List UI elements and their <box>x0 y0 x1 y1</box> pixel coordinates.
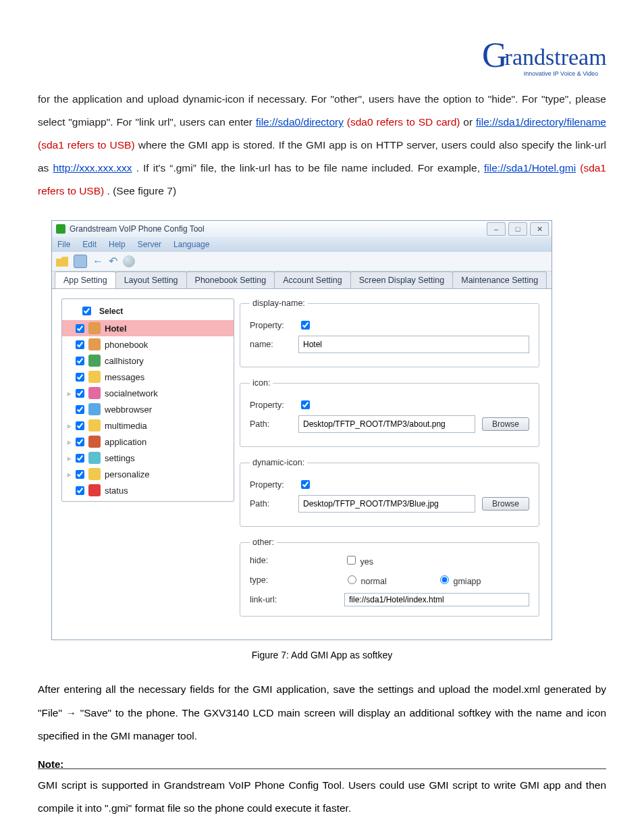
link-http[interactable]: http://xxx.xxx.xxx <box>53 162 132 174</box>
tree-checkbox[interactable] <box>76 324 84 333</box>
tree-checkbox[interactable] <box>76 486 84 495</box>
paragraph-main: for the application and upload dynamic-i… <box>38 88 606 203</box>
logo-rest: randstream <box>505 46 607 69</box>
expand-icon[interactable]: ▹ <box>66 438 72 446</box>
icon-property-checkbox[interactable] <box>301 400 310 409</box>
tree-node-icon <box>88 484 101 496</box>
tree-item-personalize[interactable]: ▹personalize <box>62 466 234 482</box>
titlebar: Grandstream VoIP Phone Config Tool – □ ✕ <box>52 221 552 237</box>
dyn-icon-property-checkbox[interactable] <box>301 480 310 489</box>
footer-divider <box>38 768 606 769</box>
window-title: Grandstream VoIP Phone Config Tool <box>70 224 205 234</box>
tree-checkbox[interactable] <box>76 340 84 349</box>
close-button[interactable]: ✕ <box>530 222 549 236</box>
tree-item-application[interactable]: ▹application <box>62 434 234 450</box>
tree-item-multimedia[interactable]: ▹multimedia <box>62 417 234 434</box>
tree-checkbox[interactable] <box>76 357 84 365</box>
figure-caption: Figure 7: Add GMI App as softkey <box>38 650 606 660</box>
tree-checkbox[interactable] <box>76 470 84 479</box>
tree-node-label: callhistory <box>105 356 144 366</box>
group-other: other: hide: yes type: normal gmiapp lin… <box>240 538 539 617</box>
save-icon[interactable] <box>74 255 87 268</box>
tree-node-label: webbrowser <box>105 405 152 415</box>
tree-node-label: multimedia <box>105 421 147 431</box>
group-display-name: display-name: Property: name: <box>240 298 539 367</box>
tree-item-socialnetwork[interactable]: ▹socialnetwork <box>62 385 234 401</box>
display-name-property-checkbox[interactable] <box>301 321 310 330</box>
type-normal-radio[interactable] <box>348 575 356 584</box>
tree-node-label: messages <box>105 372 144 382</box>
expand-icon[interactable]: ▹ <box>66 390 72 397</box>
undo-icon[interactable]: ↶ <box>109 256 117 267</box>
form-panel: display-name: Property: name: icon: Prop… <box>234 289 552 640</box>
tree-item-webbrowser[interactable]: webbrowser <box>62 401 234 417</box>
tree-item-settings[interactable]: ▹settings <box>62 450 234 466</box>
link-sda1[interactable]: file://sda1/directory/filename <box>476 116 606 128</box>
open-icon[interactable] <box>56 255 68 267</box>
logo-letter: G <box>482 38 508 73</box>
menu-server[interactable]: Server <box>138 240 161 249</box>
tab-app-setting[interactable]: App Setting <box>55 271 116 288</box>
link-gmi-file[interactable]: file://sda1/Hotel.gmi <box>484 162 576 174</box>
icon-browse-button[interactable]: Browse <box>482 417 529 431</box>
tree-header: Select <box>62 302 234 320</box>
tree-checkbox[interactable] <box>76 389 84 398</box>
menu-help[interactable]: Help <box>109 240 126 249</box>
tree-checkbox[interactable] <box>76 373 84 382</box>
tab-layout-setting[interactable]: Layout Setting <box>115 271 187 288</box>
tab-phonebook-setting[interactable]: Phonebook Setting <box>186 271 275 288</box>
select-all-checkbox[interactable] <box>82 307 91 315</box>
tree-panel: Select Hotelphonebookcallhistorymessages… <box>52 289 234 640</box>
brand-logo: G randstream Innovative IP Voice & Video <box>482 38 598 80</box>
tree-checkbox[interactable] <box>76 421 84 430</box>
tree-node-label: personalize <box>105 469 150 479</box>
tree-item-phonebook[interactable]: phonebook <box>62 336 234 353</box>
display-name-input[interactable] <box>298 336 529 353</box>
note-body: GMI script is supported in Grandstream V… <box>38 774 606 820</box>
menubar: File Edit Help Server Language <box>52 237 552 252</box>
tree-node-icon <box>88 419 101 432</box>
tree-node-icon <box>88 355 101 367</box>
tree-item-callhistory[interactable]: callhistory <box>62 353 234 369</box>
tree-checkbox[interactable] <box>76 438 84 446</box>
menu-edit[interactable]: Edit <box>82 240 97 249</box>
toolbar: ← ↶ <box>52 252 552 271</box>
tree-node-label: status <box>105 486 128 496</box>
tree-node-icon <box>88 403 101 415</box>
back-icon[interactable]: ← <box>92 256 103 267</box>
tree-item-status[interactable]: status <box>62 482 234 498</box>
app-icon <box>56 224 65 234</box>
group-icon: icon: Property: Path:Browse <box>240 378 539 447</box>
icon-path-input[interactable] <box>298 415 475 433</box>
tree-checkbox[interactable] <box>76 405 84 414</box>
maximize-button[interactable]: □ <box>508 222 527 236</box>
tree-node-icon <box>88 436 101 448</box>
tab-maintenance-setting[interactable]: Maintenance Setting <box>452 271 547 288</box>
tab-screen-display-setting[interactable]: Screen Display Setting <box>350 271 453 288</box>
hide-checkbox[interactable] <box>347 556 356 565</box>
tree-item-Hotel[interactable]: Hotel <box>62 320 234 336</box>
link-url-input[interactable] <box>344 593 529 606</box>
globe-icon[interactable] <box>123 255 135 267</box>
menu-language[interactable]: Language <box>173 240 209 249</box>
type-gmiapp-radio[interactable] <box>440 575 449 584</box>
tree-node-icon <box>88 338 101 350</box>
expand-icon[interactable]: ▹ <box>66 422 72 429</box>
tab-account-setting[interactable]: Account Setting <box>274 271 351 288</box>
dyn-icon-browse-button[interactable]: Browse <box>482 497 529 511</box>
tabstrip: App Setting Layout Setting Phonebook Set… <box>52 271 552 289</box>
expand-icon[interactable]: ▹ <box>66 454 72 462</box>
tree-node-icon <box>88 371 101 383</box>
tree-checkbox[interactable] <box>76 454 84 463</box>
tree-item-messages[interactable]: messages <box>62 369 234 385</box>
tree-node-label: socialnetwork <box>105 388 158 398</box>
menu-file[interactable]: File <box>57 240 70 249</box>
app-window: Grandstream VoIP Phone Config Tool – □ ✕… <box>51 220 552 640</box>
tree-node-icon <box>88 322 101 334</box>
dyn-icon-path-input[interactable] <box>298 495 475 513</box>
link-sda0[interactable]: file://sda0/directory <box>256 116 344 128</box>
tree-node-icon <box>88 387 101 399</box>
expand-icon[interactable]: ▹ <box>66 471 72 478</box>
minimize-button[interactable]: – <box>487 222 506 236</box>
tree-node-icon <box>88 452 101 464</box>
